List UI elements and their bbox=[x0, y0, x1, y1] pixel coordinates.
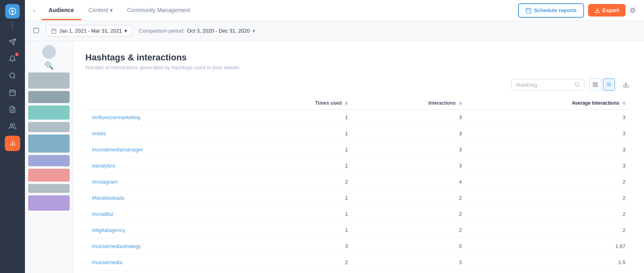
sidebar-search[interactable] bbox=[5, 68, 20, 83]
nav-tabs: Audience Content ▾ Community Management bbox=[41, 1, 518, 20]
content-dropdown-icon: ▾ bbox=[110, 7, 113, 13]
hashtag-link[interactable]: #reels bbox=[92, 130, 106, 136]
svg-rect-8 bbox=[10, 90, 15, 96]
sort-times-used-icon[interactable] bbox=[345, 101, 348, 105]
col-header-avg-interactions[interactable]: Average Interactions bbox=[469, 97, 632, 110]
sort-interactions-icon[interactable] bbox=[459, 101, 462, 105]
schedule-icon bbox=[525, 7, 532, 14]
sidebar-paper-plane[interactable] bbox=[5, 34, 20, 50]
color-block-5 bbox=[28, 134, 70, 153]
table-download-button[interactable] bbox=[620, 79, 632, 91]
svg-rect-18 bbox=[526, 8, 531, 13]
sidebar-notifications[interactable] bbox=[5, 51, 20, 66]
col-header-interactions[interactable]: Interactions bbox=[354, 97, 468, 110]
hashtag-link[interactable]: #socialmedia bbox=[92, 259, 122, 265]
hashtag-cell: #reels bbox=[85, 126, 243, 142]
avg-interactions-cell: 3 bbox=[469, 158, 632, 174]
comparison-chevron-icon: ▾ bbox=[252, 28, 255, 34]
hashtag-link[interactable]: #influencermarketing bbox=[92, 114, 140, 120]
avg-interactions-cell: 2 bbox=[469, 190, 632, 206]
hashtag-search-box[interactable] bbox=[511, 79, 584, 91]
hashtag-link[interactable]: #analytics bbox=[92, 163, 115, 169]
color-block-9 bbox=[28, 195, 70, 211]
hashtag-link[interactable]: #instagram bbox=[92, 179, 118, 185]
date-range-picker[interactable]: Jan 1, 2021 - Mar 31, 2021 ▾ bbox=[46, 25, 132, 37]
comparison-period-picker[interactable]: Comparison period: Oct 3, 2020 - Dec 31,… bbox=[139, 28, 255, 34]
hashtag-cell: #socialmedia bbox=[85, 254, 243, 271]
filter-icon bbox=[33, 27, 39, 35]
svg-rect-26 bbox=[52, 29, 56, 33]
hashtag-cell: #socialmediastrategy bbox=[85, 238, 243, 254]
sidebar-calendar[interactable] bbox=[5, 85, 20, 100]
interactions-cell: 4 bbox=[354, 174, 468, 190]
sidebar-users[interactable] bbox=[5, 119, 20, 134]
content-wrapper: 🔍 Hashtags & interactions Number of inte… bbox=[25, 41, 644, 273]
interactions-cell: 3 bbox=[354, 110, 468, 126]
tab-content[interactable]: Content ▾ bbox=[81, 1, 120, 20]
avg-interactions-cell: 2 bbox=[469, 174, 632, 190]
hashtag-search-input[interactable] bbox=[516, 82, 572, 88]
hashtag-link[interactable]: #smallbiz bbox=[92, 211, 114, 217]
section-subtitle: Number of interactions generated by hash… bbox=[85, 64, 632, 70]
export-button[interactable]: Export bbox=[588, 4, 625, 17]
hashtag-cell: #influencermarketing bbox=[85, 110, 243, 126]
sidebar-analytics[interactable] bbox=[5, 136, 20, 151]
hashtag-table: Times used Interactions Average Interact… bbox=[85, 97, 632, 271]
hashtag-link[interactable]: #digitalagency bbox=[92, 227, 125, 233]
settings-icon[interactable]: ⚙ bbox=[630, 6, 636, 15]
hashtag-link[interactable]: #socialmediastrategy bbox=[92, 243, 141, 249]
times-used-cell: 1 bbox=[243, 142, 355, 158]
svg-point-1 bbox=[11, 10, 14, 12]
grid-view-button[interactable] bbox=[589, 79, 601, 91]
date-picker-chevron: ▾ bbox=[124, 28, 127, 34]
color-block-1 bbox=[28, 72, 70, 89]
avg-interactions-cell: 1.67 bbox=[469, 238, 632, 254]
hashtag-cell: #digitalagency bbox=[85, 222, 243, 238]
times-used-cell: 2 bbox=[243, 254, 355, 271]
table-row: #socialmediamanager 1 3 3 bbox=[85, 142, 632, 158]
logo[interactable] bbox=[5, 4, 20, 19]
sidebar-reports[interactable] bbox=[5, 102, 20, 117]
times-used-cell: 2 bbox=[243, 174, 355, 190]
more-dots-icon[interactable]: ⋮ bbox=[9, 21, 16, 29]
svg-point-14 bbox=[10, 124, 13, 126]
main-content: Hashtags & interactions Number of intera… bbox=[73, 41, 644, 273]
schedule-reports-button[interactable]: Schedule reports bbox=[518, 3, 584, 18]
download-icon bbox=[594, 8, 600, 13]
search-icon bbox=[574, 82, 580, 87]
svg-rect-32 bbox=[593, 83, 595, 84]
table-row: #reels 1 3 3 bbox=[85, 126, 632, 142]
hashtag-link[interactable]: #socialmediamanager bbox=[92, 147, 143, 153]
interactions-cell: 3 bbox=[354, 254, 468, 271]
left-panel: 🔍 bbox=[25, 41, 73, 273]
hashtag-cell: #socialmediamanager bbox=[85, 142, 243, 158]
avg-interactions-cell: 1.5 bbox=[469, 254, 632, 271]
hashtag-link[interactable]: #facebookads bbox=[92, 195, 124, 201]
color-block-6 bbox=[28, 155, 70, 166]
search-panel-icon[interactable]: 🔍 bbox=[28, 61, 70, 70]
times-used-cell: 1 bbox=[243, 190, 355, 206]
interactions-cell: 5 bbox=[354, 238, 468, 254]
nav-actions: Schedule reports Export ⚙ bbox=[518, 3, 636, 18]
times-used-cell: 1 bbox=[243, 206, 355, 222]
list-view-button[interactable] bbox=[603, 79, 615, 91]
sidebar: ⋮ bbox=[0, 0, 25, 273]
col-header-hashtag bbox=[85, 97, 243, 110]
nav-chevron-icon[interactable]: › bbox=[33, 7, 35, 14]
svg-line-31 bbox=[578, 86, 580, 87]
times-used-cell: 1 bbox=[243, 110, 355, 126]
col-header-times-used[interactable]: Times used bbox=[243, 97, 355, 110]
table-controls bbox=[85, 79, 632, 91]
sort-avg-interactions-icon[interactable] bbox=[622, 101, 625, 105]
color-block-8 bbox=[28, 184, 70, 193]
svg-rect-34 bbox=[593, 85, 595, 87]
interactions-cell: 2 bbox=[354, 206, 468, 222]
tab-community[interactable]: Community Management bbox=[120, 1, 197, 20]
hashtag-cell: #instagram bbox=[85, 174, 243, 190]
svg-rect-33 bbox=[596, 83, 597, 84]
times-used-cell: 1 bbox=[243, 222, 355, 238]
tab-audience[interactable]: Audience bbox=[41, 1, 81, 20]
color-block-7 bbox=[28, 169, 70, 182]
table-row: #influencermarketing 1 3 3 bbox=[85, 110, 632, 126]
hashtag-cell: #smallbiz bbox=[85, 206, 243, 222]
